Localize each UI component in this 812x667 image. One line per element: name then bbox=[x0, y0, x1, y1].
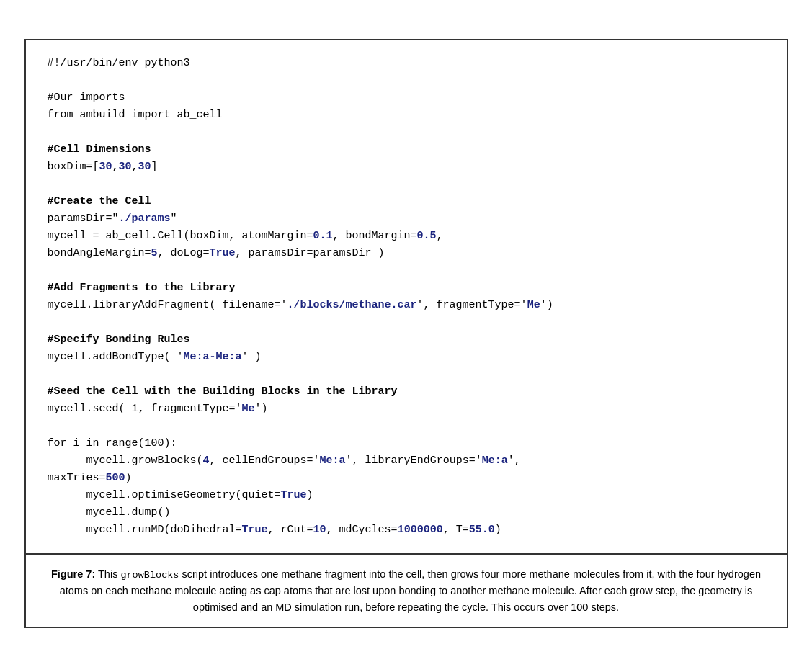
figure-caption: Figure 7: This growBlocks script introdu… bbox=[26, 555, 787, 627]
code-line-12: #Specify Bonding Rules bbox=[48, 331, 765, 349]
code-line-1: #!/usr/bin/env python3 bbox=[48, 55, 765, 72]
code-line-13: mycell.addBondType( 'Me:a-Me:a' ) bbox=[48, 349, 765, 366]
code-block: #!/usr/bin/env python3 #Our imports from… bbox=[26, 40, 787, 555]
caption-intro: This bbox=[95, 568, 120, 580]
code-line-7: paramsDir="./params" bbox=[48, 210, 765, 228]
code-line-empty-4 bbox=[48, 262, 765, 279]
figure-box: #!/usr/bin/env python3 #Our imports from… bbox=[24, 39, 788, 629]
code-line-empty-7 bbox=[48, 418, 765, 435]
code-line-2: #Our imports bbox=[48, 89, 765, 107]
code-line-empty-6 bbox=[48, 366, 765, 383]
code-line-19: mycell.optimiseGeometry(quiet=True) bbox=[48, 487, 765, 504]
code-line-9: bondAngleMargin=5, doLog=True, paramsDir… bbox=[48, 245, 765, 262]
code-line-empty-1 bbox=[48, 72, 765, 89]
code-line-empty-3 bbox=[48, 176, 765, 193]
code-line-6: #Create the Cell bbox=[48, 193, 765, 210]
code-line-16: for i in range(100): bbox=[48, 435, 765, 452]
code-line-17: mycell.growBlocks(4, cellEndGroups='Me:a… bbox=[48, 452, 765, 470]
page: #!/usr/bin/env python3 #Our imports from… bbox=[0, 0, 812, 667]
code-line-21: mycell.runMD(doDihedral=True, rCut=10, m… bbox=[48, 521, 765, 539]
caption-label: Figure 7: bbox=[51, 568, 95, 580]
code-line-4: #Cell Dimensions bbox=[48, 141, 765, 158]
code-line-3: from ambuild import ab_cell bbox=[48, 107, 765, 124]
code-line-20: mycell.dump() bbox=[48, 504, 765, 521]
code-line-14: #Seed the Cell with the Building Blocks … bbox=[48, 383, 765, 400]
code-line-10: #Add Fragments to the Library bbox=[48, 279, 765, 297]
code-line-15: mycell.seed( 1, fragmentType='Me') bbox=[48, 400, 765, 418]
code-line-empty-2 bbox=[48, 124, 765, 141]
code-line-empty-5 bbox=[48, 314, 765, 331]
code-line-8: mycell = ab_cell.Cell(boxDim, atomMargin… bbox=[48, 228, 765, 245]
caption-mono: growBlocks bbox=[120, 570, 179, 581]
code-line-18: maxTries=500) bbox=[48, 470, 765, 487]
code-line-11: mycell.libraryAddFragment( filename='./b… bbox=[48, 297, 765, 314]
code-line-5: boxDim=[30,30,30] bbox=[48, 158, 765, 176]
